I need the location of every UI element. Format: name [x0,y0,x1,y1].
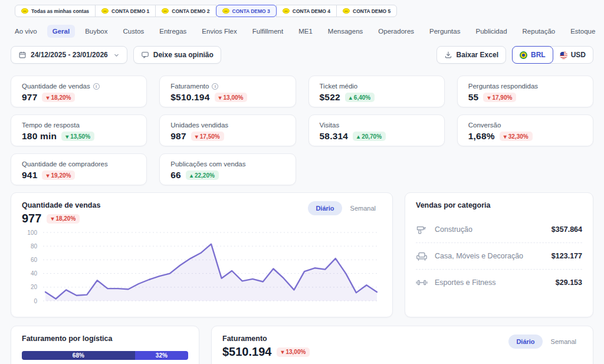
trend-up-icon: ▴ [357,133,360,140]
info-icon[interactable]: i [212,83,218,90]
date-range-picker[interactable]: 24/12/2025 - 23/01/2026 [11,46,127,64]
metric-label: Quantidade de vendasi [22,83,136,90]
metric-value: 180 min [22,131,57,142]
tab-entregas[interactable]: Entregas [154,25,192,38]
currency-label-brl: BRL [531,51,546,59]
tab-reputacao[interactable]: Reputação [517,25,561,38]
feedback-icon [141,51,149,59]
mercadolivre-logo-icon [162,8,169,14]
account-tab-all[interactable]: Todas as minhas contas [15,5,96,17]
tab-buybox[interactable]: Buybox [80,25,113,38]
tab-mensagens[interactable]: Mensagens [323,25,368,38]
download-excel-button[interactable]: Baixar Excel [436,46,506,64]
trend-delta: 18,20% [51,94,71,101]
trend-badge: ▴22,20% [186,170,219,180]
account-tab-demo-5[interactable]: CONTA DEMO 5 [336,5,397,17]
trend-down-icon: ▾ [195,133,198,140]
trend-badge: ▾19,20% [42,170,75,180]
metric-value: $522 [320,92,340,103]
trend-badge: ▴20,70% [353,132,386,141]
sofa-icon [416,250,428,262]
trend-delta: 17,90% [492,94,512,101]
metric-value: 941 [22,170,37,181]
tab-operadores[interactable]: Operadores [373,25,419,38]
metric-card-publicacoes-com-vendas: Publicações com vendas 66 ▴22,20% [159,153,296,185]
trend-badge: ▴6,40% [345,93,375,102]
metric-card-unidades-vendidas: Unidades vendidas 987 ▾17,50% [159,114,296,146]
tab-me1[interactable]: ME1 [293,25,318,38]
category-value: $29.153 [556,278,582,287]
trend-down-icon: ▾ [281,349,284,355]
category-row-esportes[interactable]: Esportes e Fitness $29.153 [416,270,582,296]
revenue-title: Faturamento [222,335,310,343]
account-tab-label: CONTA DEMO 4 [293,8,330,14]
metric-value: 977 [22,92,37,103]
trend-delta: 32,30% [508,133,528,140]
account-tab-demo-2[interactable]: CONTA DEMO 2 [155,5,216,17]
logistics-segment-2[interactable]: 32% [135,351,188,360]
trend-badge: ▾18,20% [42,93,75,102]
feedback-label: Deixe sua opinião [153,51,214,59]
category-row-casa-moveis[interactable]: Casa, Móveis e Decoração $123.177 [416,243,582,270]
account-tab-demo-3[interactable]: CONTA DEMO 3 [216,5,277,17]
sales-chart-card: Quantidade de vendas 977 ▾18,20% Diário … [11,192,393,317]
revenue-value: $510.194 [222,345,271,359]
logistics-segment-1[interactable]: 68% [22,351,135,360]
trend-up-icon: ▴ [190,172,193,179]
metric-card-conversao: Conversão 1,68% ▾32,30% [457,114,593,146]
trend-down-icon: ▾ [46,94,49,101]
trend-down-icon: ▾ [219,94,222,101]
drill-icon [416,224,428,235]
metric-label: Unidades vendidas [170,122,284,129]
metric-label: Publicações com vendas [170,160,284,168]
trend-down-icon: ▾ [51,215,54,222]
toggle-daily[interactable]: Diário [508,335,542,349]
mercadolivre-logo-icon [343,8,350,14]
account-tab-demo-4[interactable]: CONTA DEMO 4 [276,5,337,17]
account-tab-label: CONTA DEMO 5 [353,8,390,14]
category-label: Casa, Móveis e Decoração [435,252,544,260]
feedback-button[interactable]: Deixe sua opinião [133,46,221,64]
toggle-weekly[interactable]: Semanal [344,201,382,215]
svg-text:100: 100 [27,229,37,236]
trend-delta: 13,00% [285,349,306,355]
currency-option-brl[interactable]: BRL [512,46,553,64]
tab-publicidad[interactable]: Publicidad [470,25,512,38]
svg-text:80: 80 [31,243,38,250]
currency-option-usd[interactable]: USD [553,46,593,64]
metrics-grid: Quantidade de vendasi 977 ▾18,20% Fatura… [11,76,593,185]
download-icon [444,51,452,59]
trend-delta: 17,50% [200,133,220,140]
mercadolivre-logo-icon [101,8,109,14]
tab-envios-flex[interactable]: Envios Flex [196,25,242,38]
sales-line-chart: 020406080100 [22,228,383,306]
tab-perguntas[interactable]: Perguntas [424,25,465,38]
tab-estoque[interactable]: Estoque [565,25,600,38]
metric-value: 1,68% [468,131,495,142]
tab-fulfillment[interactable]: Fulfillment [247,25,288,38]
metric-label: Faturamentoi [170,83,284,90]
toggle-weekly[interactable]: Semanal [545,335,582,349]
account-tabs: Todas as minhas contas CONTA DEMO 1 CONT… [0,0,604,17]
category-value: $123.177 [552,252,582,260]
calendar-icon [18,51,27,59]
tab-geral[interactable]: Geral [47,25,75,38]
toggle-daily[interactable]: Diário [308,201,342,215]
metric-value: 66 [170,170,181,181]
trend-badge: ▾17,50% [191,132,224,141]
info-icon[interactable]: i [93,83,100,90]
dumbbell-icon [416,277,428,288]
account-tab-label: CONTA DEMO 1 [111,8,149,14]
metric-card-faturamento: Faturamentoi $510.194 ▾13,00% [159,76,296,107]
category-row-construcao[interactable]: Construção $357.864 [416,217,582,243]
date-range-label: 24/12/2025 - 23/01/2026 [31,51,108,59]
account-tab-demo-1[interactable]: CONTA DEMO 1 [95,5,156,17]
usa-flag-icon [560,51,567,59]
svg-text:20: 20 [31,284,38,290]
trend-down-icon: ▾ [46,172,49,179]
metric-card-quantidade-de-vendas: Quantidade de vendasi 977 ▾18,20% [11,76,147,107]
trend-badge: ▾32,30% [500,132,533,141]
tab-custos[interactable]: Custos [118,25,150,38]
currency-toggle: BRL USD [512,46,593,64]
tab-ao-vivo[interactable]: Ao vivo [9,25,42,38]
